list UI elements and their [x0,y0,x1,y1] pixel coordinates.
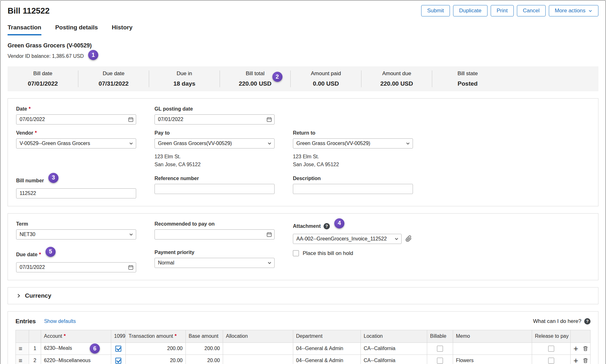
entry-row-2: ≡ 2 6220--Miscellaneous 20.00 20.00 04--… [16,355,591,364]
return-to-select-value: Green Grass Grocers(VV-00529) [296,141,370,146]
account-cell[interactable]: 6220--Miscellaneous [41,355,111,364]
add-row-button[interactable]: + [573,345,578,352]
base-amount-cell: 200.00 [186,343,223,355]
entries-table: Account* 1099 Transaction amount* Base a… [15,330,591,364]
tab-transaction[interactable]: Transaction [8,24,41,35]
return-to-select[interactable]: Green Grass Grocers(VV-00529) [293,138,413,149]
entries-title: Entries [15,318,36,325]
drag-handle-icon[interactable]: ≡ [19,345,22,352]
location-cell[interactable]: CA--California [361,343,427,355]
gl-posting-date-field-group: GL posting date [155,106,275,124]
show-defaults-link[interactable]: Show defaults [44,318,76,324]
chevron-down-icon [267,141,272,146]
department-cell[interactable]: 04--General & Admin [293,355,361,364]
calendar-icon[interactable] [266,117,272,122]
summary-bill-date-label: Bill date [8,70,78,77]
description-input[interactable] [293,184,413,194]
summary-due-in-label: Due in [149,70,220,77]
term-label: Term [16,221,136,227]
entry-row-1: ≡ 1 6230--Meals6 200.00 200.00 04--Gener… [16,343,591,355]
cancel-button[interactable]: Cancel [517,5,546,16]
location-cell[interactable]: CA--California [361,355,427,364]
vendor-field-group: Vendor * V-00529--Green Grass Grocers [16,130,136,169]
release-to-pay-checkbox[interactable] [548,358,554,364]
tab-posting-details[interactable]: Posting details [55,24,98,35]
bill-number-input[interactable] [16,188,136,198]
duplicate-button[interactable]: Duplicate [453,5,488,16]
summary-amount-paid-value: 0.00 USD [291,80,361,87]
place-on-hold-checkbox[interactable] [293,250,299,256]
print-button[interactable]: Print [491,5,514,16]
account-value: 6230--Meals [44,345,72,351]
what-can-i-do-here: What can I do here? ? [533,318,591,325]
required-asterisk: * [64,333,66,339]
chevron-right-icon [16,293,21,298]
billable-checkbox[interactable] [437,346,443,352]
required-asterisk: * [39,252,41,258]
base-amount-column-header: Base amount [186,330,223,343]
gl-posting-date-input[interactable] [155,114,275,124]
trash-icon [583,358,588,363]
pay-to-select[interactable]: Green Grass Grocers(VV-00529) [155,138,275,149]
calendar-icon[interactable] [128,264,134,270]
recommended-to-pay-on-input[interactable] [155,229,275,240]
paperclip-icon[interactable] [405,235,412,242]
ten99-checkbox[interactable] [115,346,121,352]
due-date-input[interactable] [16,262,136,272]
duplicate-button-label: Duplicate [459,8,482,14]
help-icon[interactable]: ? [584,318,591,325]
tab-history[interactable]: History [112,24,132,35]
allocation-column-header: Allocation [223,330,293,343]
billable-column-header: Billable [427,330,453,343]
submit-button[interactable]: Submit [421,5,450,16]
bill-number-label: Bill number 3 [16,176,136,186]
account-column-label: Account [44,333,62,339]
vendor-select[interactable]: V-00529--Green Grass Grocers [16,138,136,149]
term-select[interactable]: NET30 [16,229,136,240]
date-input[interactable] [16,114,136,124]
memo-cell[interactable]: Flowers [453,355,532,364]
drag-handle-icon[interactable]: ≡ [19,357,22,364]
reference-number-input[interactable] [155,184,275,194]
tab-bar: Transaction Posting details History [1,24,605,35]
pay-to-field-group: Pay to Green Grass Grocers(VV-00529) 123… [155,130,275,169]
payment-terms-form: Term NET30 Recommended to pay on [8,213,598,280]
required-asterisk: * [29,106,31,112]
allocation-cell[interactable] [223,343,293,355]
transaction-amount-cell[interactable]: 20.00 [126,355,186,364]
attachment-select[interactable]: AA-002--GreenGrocers_Invoice_112522 [293,234,402,244]
payment-priority-label: Payment priority [155,250,275,255]
page-title: Bill 112522 [8,6,50,16]
more-actions-button-label: More actions [555,8,585,14]
callout-6-badge: 6 [90,343,100,354]
transaction-amount-cell[interactable]: 200.00 [126,343,186,355]
account-cell[interactable]: 6230--Meals6 [41,343,111,355]
summary-bill-state-label: Bill state [432,70,503,77]
more-actions-button[interactable]: More actions [549,5,598,16]
currency-section-toggle[interactable]: Currency [8,287,598,304]
release-to-pay-checkbox[interactable] [548,346,554,352]
billable-checkbox[interactable] [437,358,443,364]
department-cell[interactable]: 04--General & Admin [293,343,361,355]
callout-1-badge: 1 [88,50,98,60]
pay-to-label: Pay to [155,130,275,136]
summary-bill-date: Bill date 07/01/2022 [8,70,78,87]
summary-amount-paid-label: Amount paid [291,70,361,77]
calendar-icon[interactable] [128,117,134,122]
add-row-button[interactable]: + [573,357,578,364]
allocation-cell[interactable] [223,355,293,364]
calendar-icon[interactable] [266,232,272,237]
delete-row-button[interactable] [583,358,588,363]
ten99-checkbox[interactable] [115,358,121,364]
summary-bill-state-value: Posted [432,80,503,87]
vendor-name: Green Grass Grocers (V-00529) [8,42,598,49]
reference-number-field-group: Reference number [155,176,275,198]
gl-posting-date-label: GL posting date [155,106,275,112]
vendor-balance: Vendor ID balance: 1,385.67 USD 1 [8,51,598,61]
payment-priority-select-value: Normal [158,260,174,266]
delete-row-button[interactable] [583,346,588,351]
memo-cell[interactable] [453,343,532,355]
payment-priority-select[interactable]: Normal [155,258,275,268]
row-number-column-header [29,330,41,343]
help-icon[interactable]: ? [324,223,330,229]
